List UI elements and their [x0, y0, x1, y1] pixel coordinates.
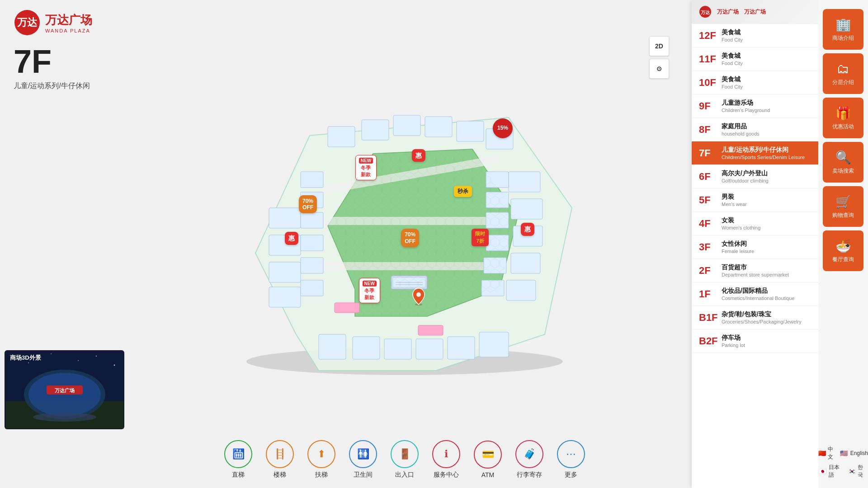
location-pin — [412, 287, 425, 307]
floor-num-12F: 12F — [699, 30, 722, 42]
language-section: 🇨🇳中文🇺🇸English🇯🇵日本語🇰🇷한국 — [818, 446, 868, 488]
badge-70off-1[interactable]: 70%OFF — [299, 195, 317, 214]
cart-label: 购物查询 — [832, 212, 854, 218]
logo-cn: 万达广场 — [45, 12, 92, 28]
action-btn-cart[interactable]: 🛒 购物查询 — [823, 186, 863, 227]
floor-item-12F[interactable]: 12F 美食城 Food City — [692, 24, 818, 47]
svg-rect-35 — [448, 337, 475, 359]
floor-item-4F[interactable]: 4F 女装 Women's clothing — [692, 212, 818, 235]
floor-item-8F[interactable]: 8F 家庭用品 household goods — [692, 118, 818, 141]
floor-num-1F: 1F — [699, 288, 722, 300]
locate-button[interactable]: ⊙ — [649, 59, 669, 79]
floor-names-2F: 百货超市 Department store supermarket — [722, 263, 811, 277]
lang-btn-English[interactable]: 🇺🇸English — [840, 446, 868, 461]
elevator-label: 直梯 — [232, 471, 245, 479]
svg-point-13 — [113, 364, 115, 366]
lang-label-English: English — [850, 450, 868, 456]
action-btn-promotions[interactable]: 🎁 优惠活动 — [823, 98, 863, 138]
action-btn-mall-intro[interactable]: 🏢 商场介绍 — [823, 9, 863, 50]
badge-15percent[interactable]: 15% — [493, 118, 513, 138]
svg-point-12 — [96, 356, 97, 357]
floor-item-B2F[interactable]: B2F 停车场 Parking lot — [692, 329, 818, 353]
map-area: 惠 15% NEW冬季新款 70%OFF 惠 70%OFF 秒杀 限时7折 惠 … — [131, 27, 678, 443]
atm-circle: 💳 — [474, 441, 502, 469]
svg-rect-26 — [509, 172, 540, 192]
facility-icon-escalator[interactable]: ⬆ 扶梯 — [307, 440, 335, 479]
2d-mode-button[interactable]: 2D — [649, 36, 669, 56]
floor-item-B1F[interactable]: B1F 杂货/鞋/包装/珠宝 Groceries/Shoes/Packaging… — [692, 306, 818, 329]
svg-rect-41 — [457, 121, 484, 141]
badge-70off-2[interactable]: 70%OFF — [401, 229, 419, 247]
floor-item-2F[interactable]: 2F 百货超市 Department store supermarket — [692, 259, 818, 282]
action-btn-floor-intro[interactable]: 🗂 分层介绍 — [823, 53, 863, 94]
badge-new-1[interactable]: NEW冬季新款 — [355, 155, 377, 180]
floor-num-9F: 9F — [699, 100, 722, 112]
header: 万达 万达广场 WANDA PLAZA — [14, 9, 92, 36]
floor-names-1F: 化妆品/国际精品 Cosmetics/International Boutiqu… — [722, 287, 811, 301]
lang-btn-中文[interactable]: 🇨🇳中文 — [818, 446, 836, 461]
svg-rect-38 — [362, 120, 389, 140]
facility-icon-atm[interactable]: 💳 ATM — [474, 441, 502, 479]
floor-names-9F: 儿童游乐场 Children's Playground — [722, 99, 811, 113]
panel-wanda-logo: 万达 — [699, 5, 712, 18]
svg-rect-49 — [301, 172, 323, 188]
action-btn-restaurant[interactable]: 🍜 餐厅查询 — [823, 230, 863, 271]
facility-icon-more[interactable]: ⋯ 更多 — [557, 440, 585, 479]
svg-rect-22 — [269, 208, 301, 228]
floor-item-6F[interactable]: 6F 高尔夫/户外登山 Golf/outdoor climbing — [692, 165, 818, 188]
escalator-symbol: ⬆ — [317, 448, 326, 460]
floor-names-5F: 男装 Men's wear — [722, 193, 811, 207]
mall-map[interactable]: 惠 15% NEW冬季新款 70%OFF 惠 70%OFF 秒杀 限时7折 惠 … — [228, 81, 581, 389]
facility-icon-restroom[interactable]: 🚻 卫生间 — [349, 440, 377, 479]
facility-icon-elevator[interactable]: 🛗 直梯 — [224, 440, 252, 479]
floor-item-7F[interactable]: 7F 儿童/运动系列/牛仔休闲 Children/Sports Series/D… — [692, 141, 818, 165]
svg-rect-30 — [506, 280, 536, 300]
lang-btn-한국[interactable]: 🇰🇷한국 — [848, 464, 868, 479]
floor-num-11F: 11F — [699, 53, 722, 65]
badge-hui-1[interactable]: 惠 — [412, 149, 425, 162]
svg-rect-36 — [479, 332, 509, 357]
exterior-label: 商场3D外景 — [10, 354, 41, 362]
floor-number: 7F — [14, 45, 90, 78]
svg-point-11 — [28, 362, 29, 363]
facility-icon-entrance[interactable]: 🚪 出入口 — [391, 440, 419, 479]
badge-hui-2[interactable]: 惠 — [285, 232, 298, 245]
badge-new-2[interactable]: NEW冬季新款 — [359, 278, 380, 303]
cart-icon: 🛒 — [835, 194, 851, 209]
exterior-thumbnail[interactable]: 商场3D外景 万达广场 — [5, 350, 124, 429]
lang-btn-日本語[interactable]: 🇯🇵日本語 — [818, 464, 844, 479]
badge-hui-3[interactable]: 惠 — [521, 223, 534, 236]
floor-num-B2F: B2F — [699, 335, 722, 347]
action-buttons-panel: 🏢 商场介绍 🗂 分层介绍 🎁 优惠活动 🔍 卖场搜索 🛒 购物查询 🍜 餐厅查… — [818, 0, 868, 488]
floor-item-1F[interactable]: 1F 化妆品/国际精品 Cosmetics/International Bout… — [692, 282, 818, 306]
floor-intro-label: 分层介绍 — [832, 79, 854, 85]
svg-rect-29 — [511, 253, 540, 273]
service-circle: ℹ — [432, 440, 460, 468]
floor-item-10F[interactable]: 10F 美食城 Food City — [692, 71, 818, 94]
floor-item-3F[interactable]: 3F 女性休闲 Female leisure — [692, 235, 818, 259]
facility-icon-luggage[interactable]: 🧳 行李寄存 — [515, 440, 543, 479]
badge-flash[interactable]: 秒杀 — [454, 186, 472, 197]
floor-names-B2F: 停车场 Parking lot — [722, 334, 811, 348]
svg-point-15 — [78, 360, 79, 361]
stairs-circle: 🪜 — [266, 440, 294, 468]
more-symbol: ⋯ — [566, 448, 576, 460]
flag-한국: 🇰🇷 — [848, 467, 856, 476]
floor-names-10F: 美食城 Food City — [722, 75, 811, 89]
floor-num-3F: 3F — [699, 241, 722, 253]
floor-item-9F[interactable]: 9F 儿童游乐场 Children's Playground — [692, 94, 818, 118]
floor-item-5F[interactable]: 5F 男装 Men's wear — [692, 188, 818, 212]
atm-label: ATM — [481, 471, 495, 479]
svg-text:万达: 万达 — [700, 10, 710, 15]
atm-symbol: 💳 — [482, 449, 494, 460]
badge-limit[interactable]: 限时7折 — [472, 229, 489, 246]
restroom-label: 卫生间 — [354, 471, 373, 479]
flag-日本語: 🇯🇵 — [818, 467, 827, 476]
facility-icon-service[interactable]: ℹ 服务中心 — [432, 440, 460, 479]
action-btn-store-search[interactable]: 🔍 卖场搜索 — [823, 142, 863, 183]
elevator-circle: 🛗 — [224, 440, 252, 468]
flag-English: 🇺🇸 — [840, 449, 849, 458]
floor-item-11F[interactable]: 11F 美食城 Food City — [692, 47, 818, 71]
floor-names-6F: 高尔夫/户外登山 Golf/outdoor climbing — [722, 169, 811, 183]
facility-icon-stairs[interactable]: 🪜 楼梯 — [266, 440, 294, 479]
